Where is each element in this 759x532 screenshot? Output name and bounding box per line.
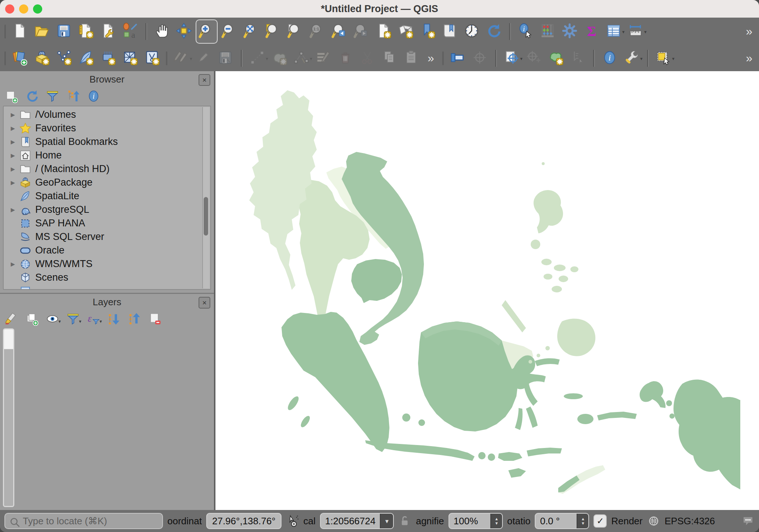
dropdown-caret-icon[interactable]: ▼ — [309, 57, 313, 61]
new-shapefile-layer-button[interactable] — [54, 47, 74, 70]
coordinate-value-box[interactable]: 27.96°,138.76° — [206, 513, 282, 529]
dropdown-caret-icon[interactable]: ▼ — [78, 319, 82, 324]
refresh-map-button[interactable] — [483, 20, 504, 43]
magnifier-spinner[interactable]: 100% ▲▼ — [448, 513, 503, 529]
pan-to-selection-button[interactable] — [174, 20, 194, 43]
new-geopackage-layer-button[interactable] — [32, 47, 52, 70]
new-map-view-button[interactable] — [373, 20, 394, 43]
browser-item-favorites[interactable]: ▶Favorites — [4, 121, 210, 135]
browser-item-home[interactable]: ▶Home — [4, 149, 210, 162]
save-project-button[interactable] — [54, 20, 74, 43]
style-manager-button[interactable]: a — [120, 20, 140, 43]
expander-icon[interactable]: ▶ — [7, 139, 19, 145]
enable-snapping-button[interactable]: ▼ — [501, 47, 522, 70]
processing-options-button[interactable] — [559, 20, 580, 43]
dropdown-caret-icon[interactable]: ▼ — [189, 57, 193, 61]
browser-item-scenes[interactable]: Scenes — [4, 271, 210, 284]
open-field-calculator-button[interactable] — [537, 20, 558, 43]
manage-map-themes-button[interactable]: ▼ — [46, 312, 60, 327]
refresh-browser-button[interactable] — [25, 89, 40, 104]
dropdown-caret-icon[interactable]: ▼ — [265, 57, 269, 61]
show-layout-manager-button[interactable] — [98, 20, 118, 43]
browser-item-ms-sql-server[interactable]: MS SQL Server — [4, 230, 210, 244]
browser-panel-close-icon[interactable]: × — [199, 74, 210, 86]
expander-icon[interactable]: ▶ — [7, 207, 19, 213]
browser-item-wms-wmts[interactable]: ▶WMS/WMTS — [4, 257, 210, 271]
zoom-in-button[interactable] — [196, 19, 218, 44]
expander-icon[interactable]: ▶ — [7, 179, 19, 186]
map-canvas[interactable] — [215, 71, 759, 510]
toolbar-grip[interactable] — [4, 51, 6, 65]
lock-scale-icon[interactable] — [398, 514, 411, 528]
dropdown-caret-icon[interactable]: ▼ — [643, 30, 647, 34]
add-selected-layers-button[interactable] — [4, 89, 19, 104]
open-layer-styling-button[interactable] — [4, 312, 19, 327]
new-project-button[interactable] — [10, 20, 30, 43]
zoom-full-button[interactable] — [241, 20, 262, 43]
dropdown-caret-icon[interactable]: ▼ — [519, 57, 523, 61]
browser-item-macintosh-hd[interactable]: ▶/ (Macintosh HD) — [4, 162, 210, 176]
expander-icon[interactable]: ▶ — [7, 112, 19, 118]
open-project-button[interactable] — [32, 20, 52, 43]
show-spatial-bookmarks-button[interactable] — [439, 20, 460, 43]
dropdown-caret-icon[interactable]: ▼ — [671, 57, 675, 61]
rotation-stepper-icon[interactable]: ▲▼ — [577, 514, 588, 528]
help-contents-button[interactable]: i — [599, 47, 620, 70]
toolbar-grip[interactable] — [442, 51, 444, 65]
new-virtual-layer-button[interactable] — [142, 47, 162, 70]
browser-item-clipped[interactable] — [4, 284, 210, 290]
filter-by-expression-button[interactable]: ε▼ — [87, 312, 101, 327]
render-checkbox[interactable]: ✓ — [593, 514, 607, 528]
layers-panel-close-icon[interactable]: × — [199, 297, 210, 309]
toolbar-overflow-button[interactable]: » — [741, 51, 757, 65]
rotation-spinner[interactable]: 0.0 ° ▲▼ — [535, 513, 589, 529]
close-window-button[interactable] — [5, 4, 14, 14]
filter-legend-button[interactable]: ▼ — [66, 312, 81, 327]
new-spatial-bookmark-button[interactable] — [417, 20, 438, 43]
remove-layer-button[interactable] — [148, 312, 163, 327]
browser-item-volumes[interactable]: ▶/Volumes — [4, 108, 210, 121]
expand-all-layers-button[interactable] — [107, 312, 122, 327]
properties-widget-button[interactable]: i — [87, 89, 101, 104]
move-label-button[interactable] — [447, 47, 468, 70]
expander-icon[interactable]: ▶ — [7, 166, 19, 172]
zoom-window-button[interactable] — [33, 4, 42, 14]
expander-icon[interactable]: ▶ — [7, 125, 19, 132]
dropdown-caret-icon[interactable]: ▼ — [99, 319, 103, 324]
options-button[interactable]: ▼ — [621, 47, 642, 70]
collapse-all-browser-button[interactable] — [66, 89, 81, 104]
temporal-controller-button[interactable] — [461, 20, 482, 43]
new-mesh-layer-button[interactable] — [120, 47, 140, 70]
browser-item-spatialite[interactable]: SpatiaLite — [4, 189, 210, 203]
filter-browser-button[interactable] — [46, 89, 60, 104]
new-annotation-button[interactable] — [545, 47, 566, 70]
expander-icon[interactable]: ▶ — [7, 261, 19, 267]
browser-item-spatial-bookmarks[interactable]: ▶Spatial Bookmarks — [4, 135, 210, 149]
expander-icon[interactable]: ▶ — [7, 152, 19, 159]
locator-input[interactable] — [22, 515, 159, 527]
identify-features-button[interactable]: i — [515, 20, 536, 43]
browser-item-oracle[interactable]: Oracle — [4, 244, 210, 257]
new-spatialite-layer-button[interactable] — [76, 47, 96, 70]
toolbar-grip[interactable] — [4, 25, 6, 39]
locator-field[interactable] — [4, 513, 163, 529]
layer-row[interactable]: ✓ne_50m_admin_0_countries — [4, 329, 14, 349]
add-group-button[interactable] — [25, 312, 40, 327]
new-print-layout-button[interactable] — [76, 20, 96, 43]
browser-item-geopackage[interactable]: ▶GeoPackage — [4, 176, 210, 189]
open-attribute-table-button[interactable]: ▼ — [603, 20, 624, 43]
browser-scrollbar-thumb[interactable] — [204, 197, 208, 236]
scale-dropdown-icon[interactable]: ▼ — [380, 514, 393, 528]
new-3d-map-view-button[interactable] — [395, 20, 416, 43]
toolbar-grip[interactable] — [166, 51, 167, 65]
dropdown-caret-icon[interactable]: ▼ — [639, 57, 643, 61]
collapse-all-layers-button[interactable] — [128, 312, 142, 327]
messages-bubble-icon[interactable] — [741, 514, 755, 528]
dropdown-caret-icon[interactable]: ▼ — [621, 30, 625, 34]
zoom-to-selection-button[interactable] — [263, 20, 284, 43]
browser-item-postgresql[interactable]: ▶PostgreSQL — [4, 203, 210, 216]
toolbar-overflow-button[interactable]: » — [423, 51, 439, 65]
statistical-summary-button[interactable]: Σ — [581, 20, 602, 43]
scale-combobox[interactable]: 1:20566724 ▼ — [320, 513, 394, 529]
browser-item-sap-hana[interactable]: SAP HANA — [4, 216, 210, 230]
